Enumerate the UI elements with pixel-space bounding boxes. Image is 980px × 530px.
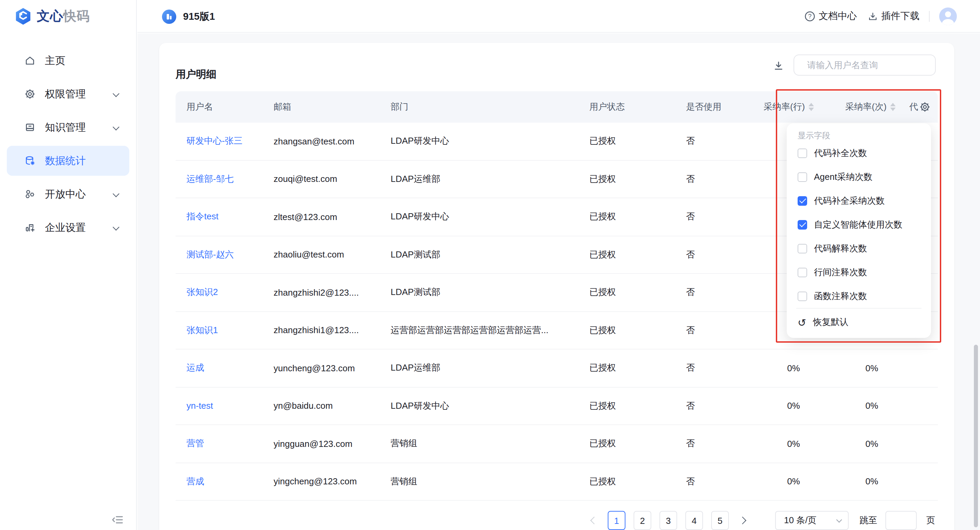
sidebar-item-label: 数据统计 — [45, 154, 86, 167]
search-input[interactable] — [806, 59, 928, 71]
status-cell: 已授权 — [579, 324, 675, 337]
page-button-2[interactable]: 2 — [633, 511, 651, 530]
username-link[interactable]: 研发中心-张三 — [186, 136, 243, 146]
email-cell: yingguan@123.com — [263, 439, 380, 449]
sidebar-item-permissions[interactable]: 权限管理 — [7, 79, 129, 109]
app-logo: 文心快码 — [15, 8, 90, 25]
column-settings-gear-icon[interactable] — [920, 102, 930, 112]
status-cell: 已授权 — [579, 438, 675, 450]
col-header-email: 邮箱 — [263, 101, 380, 113]
workspace-switcher[interactable]: 915版1 — [162, 0, 215, 33]
status-cell: 已授权 — [579, 173, 675, 185]
reset-default-button[interactable]: ↺ 恢复默认 — [787, 309, 931, 336]
next-page-button[interactable] — [737, 511, 748, 530]
col-header-used: 是否使用 — [675, 101, 753, 113]
sidebar-item-knowledge[interactable]: 知识管理 — [7, 112, 129, 142]
rate-lines-cell: 0% — [753, 363, 834, 373]
sidebar: 文心快码 主页 权限管理 知识管理 — [0, 0, 137, 530]
pagination: 12345 10 条/页 跳至 页 — [589, 511, 935, 530]
username-link[interactable]: 指令test — [186, 212, 218, 222]
used-cell: 否 — [675, 135, 753, 147]
status-cell: 已授权 — [579, 211, 675, 223]
column-option[interactable]: 函数注释次数 — [787, 284, 931, 308]
chevron-down-icon — [113, 124, 119, 131]
vertical-scrollbar[interactable] — [974, 345, 978, 527]
checkbox[interactable] — [798, 244, 807, 253]
page-button-3[interactable]: 3 — [659, 511, 677, 530]
sidebar-item-label: 开放中心 — [45, 188, 86, 201]
column-option[interactable]: 代码补全采纳次数 — [787, 189, 931, 212]
checkbox[interactable] — [798, 148, 807, 158]
chevron-down-icon — [113, 190, 119, 197]
avatar[interactable] — [939, 8, 957, 25]
page-button-1[interactable]: 1 — [608, 511, 625, 530]
rate-count-cell: 0% — [834, 363, 909, 373]
checkbox[interactable] — [798, 172, 807, 182]
column-option[interactable]: 自定义智能体使用次数 — [787, 212, 931, 236]
sidebar-item-data-statistics[interactable]: 数据统计 — [7, 146, 129, 176]
column-option[interactable]: Agent采纳次数 — [787, 165, 931, 189]
collapse-sidebar-icon[interactable] — [111, 514, 124, 526]
email-cell: zhangsan@test.com — [263, 136, 380, 147]
building-icon — [24, 222, 35, 233]
dropdown-options: 代码补全次数 Agent采纳次数 代码补全采纳次数 自定义智能体使用次数 代码解… — [787, 141, 931, 308]
column-option[interactable]: 行间注释次数 — [787, 260, 931, 284]
column-option[interactable]: 代码补全次数 — [787, 141, 931, 165]
prev-page-button[interactable] — [589, 511, 600, 530]
status-cell: 已授权 — [579, 476, 675, 488]
email-cell: yingcheng@123.com — [263, 477, 380, 487]
username-link[interactable]: yn-test — [186, 401, 213, 411]
page-buttons: 12345 — [600, 511, 729, 530]
export-download-button[interactable] — [773, 61, 784, 72]
refresh-icon: ↺ — [798, 317, 806, 327]
sidebar-item-label: 主页 — [45, 54, 65, 67]
app-window: 文心快码 主页 权限管理 知识管理 — [0, 0, 980, 530]
help-circle-icon: ? — [804, 11, 815, 22]
sidebar-item-open-center[interactable]: 开放中心 — [7, 179, 129, 209]
email-cell: zouqi@test.com — [263, 174, 380, 184]
username-link[interactable]: 营管 — [186, 438, 204, 449]
topbar: 915版1 ? 文档中心 插件下载 — [137, 0, 980, 33]
plugin-download-link[interactable]: 插件下载 — [868, 10, 920, 22]
department-cell: LDAP运维部 — [380, 362, 579, 374]
sort-icon[interactable] — [808, 103, 814, 111]
sidebar-item-enterprise-settings[interactable]: 企业设置 — [7, 212, 129, 243]
rate-count-cell: 0% — [834, 439, 909, 449]
col-header-rate-count[interactable]: 采纳率(次) — [834, 101, 909, 113]
chevron-right-icon — [739, 517, 746, 525]
username-link[interactable]: 张知识2 — [186, 287, 218, 297]
email-cell: yn@baidu.com — [263, 401, 380, 411]
username-link[interactable]: 营成 — [186, 476, 204, 486]
department-cell: LDAP研发中心 — [380, 400, 579, 412]
checkbox[interactable] — [798, 220, 807, 229]
home-icon — [24, 55, 35, 66]
page-button-5[interactable]: 5 — [711, 511, 729, 530]
username-link[interactable]: 运成 — [186, 363, 204, 373]
jump-page-input[interactable] — [885, 511, 917, 530]
username-link[interactable]: 运维部-邹七 — [186, 174, 234, 184]
page-button-4[interactable]: 4 — [685, 511, 703, 530]
username-link[interactable]: 测试部-赵六 — [186, 249, 234, 260]
sort-icon[interactable] — [890, 103, 895, 111]
database-icon — [24, 155, 35, 166]
status-cell: 已授权 — [579, 362, 675, 374]
table-row: 营管 yingguan@123.com 营销组 已授权 否 0% 0% — [176, 425, 938, 463]
column-option[interactable]: 代码解释次数 — [787, 236, 931, 260]
department-cell: 营销组 — [380, 476, 579, 488]
rate-lines-cell: 0% — [753, 439, 834, 449]
department-cell: LDAP测试部 — [380, 286, 579, 299]
checkbox[interactable] — [798, 267, 807, 277]
workspace-name: 915版1 — [183, 10, 215, 23]
page-title: 用户明细 — [176, 69, 216, 81]
col-header-rate-lines[interactable]: 采纳率(行) — [753, 101, 834, 113]
doc-center-link[interactable]: ? 文档中心 — [804, 10, 857, 22]
department-cell: 运营部运营部运营部运营部运营部运营... — [380, 324, 579, 337]
checkbox[interactable] — [798, 196, 807, 205]
checkbox[interactable] — [798, 291, 807, 301]
page-size-select[interactable]: 10 条/页 — [775, 511, 849, 530]
sidebar-item-home[interactable]: 主页 — [7, 46, 129, 76]
table-row: 营成 yingcheng@123.com 营销组 已授权 否 0% 0% — [176, 463, 938, 501]
username-link[interactable]: 张知识1 — [186, 325, 218, 335]
chevron-down-icon — [837, 517, 842, 523]
used-cell: 否 — [675, 211, 753, 223]
